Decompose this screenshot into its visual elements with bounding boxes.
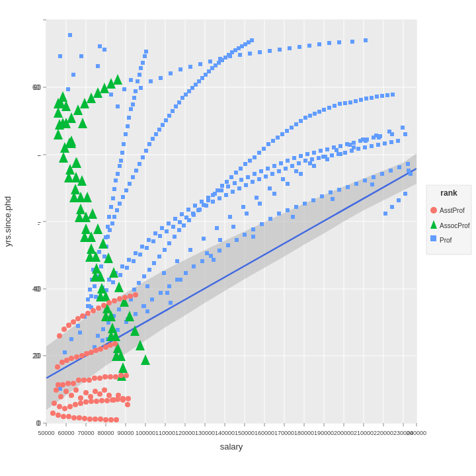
- svg-point-481: [88, 394, 93, 399]
- svg-point-485: [106, 393, 112, 398]
- svg-rect-379: [237, 186, 241, 190]
- svg-rect-338: [178, 67, 182, 71]
- svg-rect-239: [192, 264, 196, 268]
- svg-point-504: [55, 364, 60, 370]
- svg-rect-96: [167, 114, 171, 118]
- svg-rect-242: [218, 249, 221, 253]
- svg-point-480: [83, 390, 89, 395]
- svg-rect-86: [134, 169, 138, 173]
- svg-text:-: -: [39, 218, 41, 225]
- svg-rect-282: [127, 258, 131, 262]
- svg-rect-353: [327, 41, 331, 45]
- svg-rect-79: [112, 215, 116, 219]
- svg-text:100000: 100000: [136, 430, 155, 436]
- svg-text:60000: 60000: [58, 430, 74, 436]
- svg-rect-232: [134, 312, 138, 316]
- svg-rect-221: [308, 161, 312, 165]
- svg-rect-199: [299, 172, 303, 176]
- svg-rect-61: [132, 96, 136, 100]
- svg-rect-57: [126, 124, 130, 128]
- svg-point-556: [112, 298, 117, 303]
- svg-rect-151: [239, 167, 243, 171]
- svg-rect-381: [251, 180, 255, 184]
- svg-rect-327: [58, 54, 62, 58]
- svg-rect-401: [383, 141, 387, 145]
- svg-point-476: [63, 389, 69, 394]
- svg-point-509: [79, 353, 85, 358]
- svg-rect-184: [71, 73, 75, 77]
- svg-rect-52: [118, 164, 122, 168]
- legend-prof-icon: [430, 235, 436, 241]
- svg-rect-376: [218, 196, 221, 200]
- svg-rect-349: [288, 46, 292, 50]
- svg-rect-259: [363, 178, 367, 182]
- svg-point-519: [62, 406, 67, 411]
- svg-rect-348: [278, 48, 282, 52]
- svg-rect-335: [149, 79, 153, 83]
- svg-text:110000: 110000: [155, 430, 175, 436]
- svg-rect-361: [118, 273, 122, 277]
- svg-point-532: [50, 411, 56, 416]
- svg-rect-230: [116, 328, 120, 332]
- svg-rect-341: [208, 60, 212, 63]
- svg-rect-389: [303, 159, 307, 163]
- svg-rect-163: [294, 122, 298, 126]
- svg-rect-343: [228, 54, 232, 58]
- svg-rect-130: [137, 281, 141, 285]
- svg-rect-135: [163, 248, 167, 252]
- svg-rect-177: [364, 97, 368, 100]
- svg-rect-290: [180, 212, 184, 216]
- svg-point-512: [93, 348, 99, 353]
- svg-point-560: [133, 292, 138, 298]
- svg-rect-243: [226, 243, 230, 247]
- svg-rect-302: [259, 169, 263, 173]
- svg-rect-403: [396, 139, 400, 143]
- svg-text:-: -: [39, 151, 41, 159]
- svg-rect-233: [141, 304, 145, 308]
- x-axis-label: salary: [220, 442, 243, 452]
- svg-rect-356: [364, 38, 368, 42]
- svg-text:170000: 170000: [274, 430, 294, 436]
- svg-rect-251: [294, 205, 298, 209]
- svg-rect-390: [310, 157, 314, 161]
- svg-text:200000: 200000: [334, 430, 354, 436]
- svg-rect-291: [186, 208, 190, 212]
- svg-rect-46: [107, 215, 111, 219]
- svg-rect-386: [284, 167, 288, 171]
- svg-point-493: [71, 381, 76, 386]
- svg-rect-65: [139, 66, 143, 70]
- svg-rect-332: [122, 87, 126, 91]
- svg-point-559: [128, 294, 133, 299]
- svg-point-528: [110, 397, 115, 403]
- svg-point-530: [120, 396, 126, 401]
- svg-rect-284: [140, 245, 144, 249]
- svg-rect-126: [117, 307, 121, 311]
- svg-rect-270: [251, 235, 255, 239]
- svg-rect-250: [286, 208, 290, 212]
- svg-point-545: [57, 333, 62, 338]
- svg-rect-281: [120, 264, 124, 268]
- svg-rect-339: [188, 65, 192, 69]
- svg-rect-382: [257, 177, 261, 181]
- svg-rect-328: [96, 64, 100, 68]
- svg-rect-155: [257, 151, 261, 155]
- svg-rect-67: [143, 54, 147, 58]
- svg-rect-336: [159, 76, 163, 80]
- svg-rect-53: [119, 159, 123, 163]
- svg-rect-149: [229, 175, 233, 179]
- svg-point-543: [108, 417, 114, 422]
- svg-rect-59: [129, 107, 133, 111]
- svg-text:50000: 50000: [38, 430, 54, 436]
- svg-rect-258: [354, 182, 358, 186]
- svg-text:220000: 220000: [374, 430, 393, 436]
- svg-point-537: [77, 415, 82, 420]
- svg-point-542: [103, 417, 108, 422]
- svg-rect-355: [350, 40, 354, 44]
- svg-point-501: [113, 374, 118, 379]
- svg-point-507: [69, 356, 74, 361]
- svg-rect-237: [175, 278, 179, 282]
- svg-point-518: [57, 404, 62, 409]
- svg-rect-309: [305, 152, 309, 156]
- svg-rect-345: [248, 52, 252, 56]
- svg-rect-312: [325, 147, 329, 151]
